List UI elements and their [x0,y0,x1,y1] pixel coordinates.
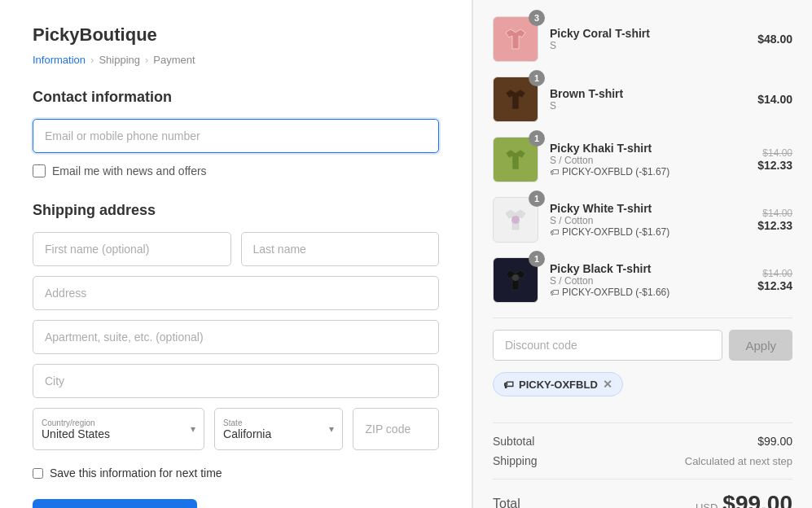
item-details: Picky Coral T-shirt S [550,27,746,51]
apartment-input[interactable] [33,320,439,354]
tag-icon: 🏷 [550,167,559,177]
brand-name: PickyBoutique [33,24,439,46]
item-details: Picky White T-shirt S / Cotton 🏷 PICKY-O… [550,202,746,238]
item-discount: 🏷 PICKY-OXFBLD (-$1.67) [550,226,746,238]
state-wrapper: State California ▾ [214,408,343,450]
item-name: Picky Khaki T-shirt [550,142,746,155]
left-panel: PickyBoutique Information › Shipping › P… [0,0,472,508]
breadcrumb-information[interactable]: Information [33,54,86,66]
item-badge: 1 [529,251,545,267]
region-row: Country/region United States ▾ State Cal… [33,408,439,450]
total-row: Total USD $99.00 [493,479,792,508]
item-image-wrap: 1 [493,137,538,182]
list-item: 1 Picky Khaki T-shirt S / Cotton 🏷 PICKY… [493,137,792,182]
price-value: $48.00 [757,33,792,46]
country-value: United States [42,427,195,440]
subtotal-label: Subtotal [493,435,534,448]
total-amount: $99.00 [722,491,792,508]
address-input[interactable] [33,276,439,310]
item-image-wrap: 1 [493,77,538,122]
item-badge: 1 [529,70,545,86]
remove-code-button[interactable]: ✕ [603,378,612,391]
svg-point-0 [511,216,520,224]
tshirt-icon [501,265,530,295]
price-original: $14.00 [757,208,792,219]
discount-input[interactable] [493,330,722,361]
shipping-row: Shipping Calculated at next step [493,454,792,467]
country-select-container[interactable]: Country/region United States ▾ [33,408,204,450]
tag-icon: 🏷 [550,227,559,237]
state-select-container[interactable]: State California ▾ [214,408,343,450]
city-input[interactable] [33,364,439,398]
item-price: $14.00 $12.33 [757,208,792,232]
item-variant: S [550,40,746,51]
contact-title: Contact information [33,89,439,106]
save-info-row: Save this information for next time [33,466,439,480]
newsletter-row: Email me with news and offers [33,164,439,177]
total-label: Total [493,497,520,508]
shipping-title: Shipping address [33,202,439,219]
item-price: $14.00 $12.33 [757,147,792,172]
item-image-wrap: 3 [493,16,538,62]
country-label: Country/region [42,418,195,427]
item-price: $48.00 [757,33,792,46]
divider [493,423,792,423]
breadcrumb-sep-1: › [90,54,94,66]
item-variant: S / Cotton [550,215,746,226]
item-discount: 🏷 PICKY-OXFBLD (-$1.67) [550,166,746,177]
list-item: 1 Picky White T-shirt S / Cotton 🏷 PICKY… [493,197,792,243]
newsletter-checkbox[interactable] [33,164,46,177]
item-variant: S / Cotton [550,275,746,287]
discount-detail: PICKY-OXFBLD (-$1.66) [562,287,669,298]
email-input[interactable] [33,119,439,153]
discount-detail: PICKY-OXFBLD (-$1.67) [562,166,669,177]
item-badge: 1 [529,190,545,207]
item-price: $14.00 [757,93,792,106]
save-info-label[interactable]: Save this information for next time [50,466,222,480]
state-select-inner: State California [215,414,342,445]
price-original: $14.00 [757,147,792,159]
first-name-input[interactable] [33,232,231,266]
breadcrumb-payment: Payment [153,54,195,66]
item-image-wrap: 1 [493,197,538,243]
country-wrapper: Country/region United States ▾ [33,408,204,450]
applied-code-text: PICKY-OXFBLD [519,379,598,391]
zip-wrapper [353,408,439,450]
price-original: $14.00 [757,268,792,279]
svg-point-1 [512,274,519,281]
tshirt-icon [501,85,530,114]
tag-icon: 🏷 [503,379,514,391]
zip-input[interactable] [353,408,439,450]
price-discounted: $12.34 [757,279,792,292]
state-label: State [223,418,334,427]
total-currency: USD [696,501,718,508]
order-items: 3 Picky Coral T-shirt S $48.00 1 Br [493,16,792,303]
apply-button[interactable]: Apply [729,330,792,361]
item-name: Brown T-shirt [550,87,746,100]
tshirt-icon [501,24,530,54]
name-row [33,232,439,266]
state-value: California [223,427,334,440]
price-discounted: $12.33 [757,159,792,172]
save-info-checkbox[interactable] [33,468,43,479]
item-details: Picky Khaki T-shirt S / Cotton 🏷 PICKY-O… [550,142,746,177]
price-value: $14.00 [757,93,792,106]
item-badge: 3 [529,10,545,26]
subtotal-value: $99.00 [757,435,792,448]
item-name: Picky Black T-shirt [550,262,746,275]
price-discounted: $12.33 [757,219,792,232]
subtotal-row: Subtotal $99.00 [493,435,792,448]
continue-button[interactable]: Continue to shipping [33,499,197,508]
item-variant: S / Cotton [550,155,746,166]
newsletter-label[interactable]: Email me with news and offers [52,164,207,177]
item-discount: 🏷 PICKY-OXFBLD (-$1.66) [550,287,746,298]
discount-row: Apply [493,330,792,361]
list-item: 3 Picky Coral T-shirt S $48.00 [493,16,792,62]
last-name-input[interactable] [241,232,440,266]
city-row [33,364,439,398]
shipping-value: Calculated at next step [685,455,792,467]
item-name: Picky White T-shirt [550,202,746,215]
breadcrumb-sep-2: › [145,54,148,66]
item-variant: S [550,100,746,112]
applied-code-badge: 🏷 PICKY-OXFBLD ✕ [493,372,623,396]
